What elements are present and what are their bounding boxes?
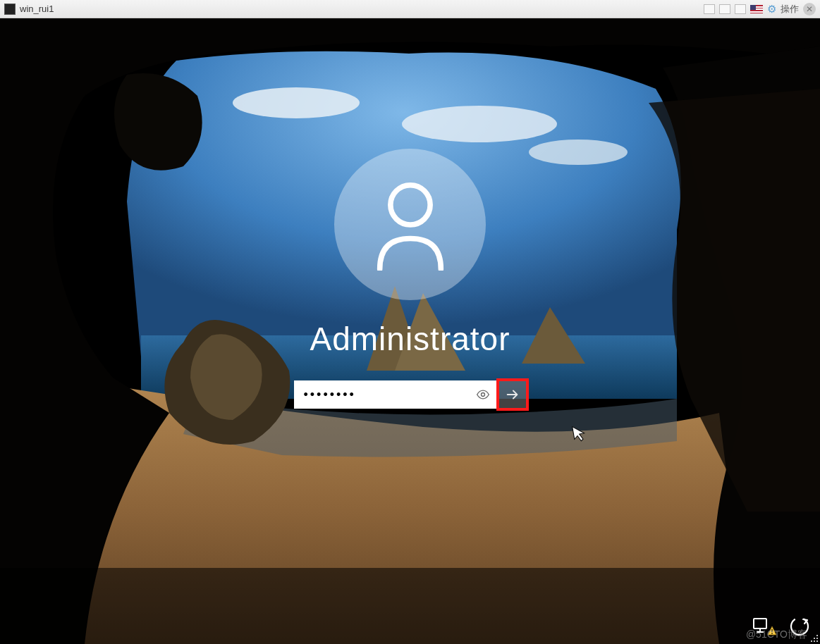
username-label: Administrator bbox=[310, 320, 510, 358]
password-input[interactable] bbox=[304, 388, 473, 402]
user-avatar bbox=[334, 149, 486, 300]
svg-point-12 bbox=[771, 633, 773, 634]
svg-point-13 bbox=[789, 616, 810, 637]
svg-point-7 bbox=[481, 393, 484, 397]
gear-icon[interactable]: ⚙ bbox=[767, 3, 776, 16]
arrow-right-icon bbox=[505, 387, 520, 402]
user-icon bbox=[372, 179, 449, 271]
network-warning-icon[interactable] bbox=[752, 617, 776, 636]
password-box bbox=[294, 380, 498, 409]
vm-console-titlebar: win_rui1 ⚙ 操作 ✕ bbox=[0, 0, 820, 18]
reveal-password-icon[interactable] bbox=[473, 385, 493, 404]
vm-title: win_rui1 bbox=[20, 4, 704, 14]
console-icon bbox=[4, 4, 16, 15]
display-toggle-1-icon[interactable] bbox=[704, 4, 715, 14]
svg-point-6 bbox=[390, 185, 429, 224]
action-menu[interactable]: 操作 bbox=[781, 3, 799, 16]
system-tray bbox=[752, 616, 810, 637]
login-overlay: Administrator bbox=[0, 18, 820, 644]
submit-login-button[interactable] bbox=[498, 380, 527, 409]
password-row bbox=[294, 380, 527, 409]
us-flag-icon[interactable] bbox=[750, 5, 763, 13]
ease-of-access-icon[interactable] bbox=[789, 616, 810, 637]
titlebar-right-controls: ⚙ 操作 ✕ bbox=[704, 3, 816, 16]
vm-guest-screen: Administrator bbox=[0, 18, 820, 644]
svg-rect-8 bbox=[754, 619, 766, 628]
display-toggle-2-icon[interactable] bbox=[719, 4, 730, 14]
display-toggle-3-icon[interactable] bbox=[735, 4, 746, 14]
close-icon[interactable]: ✕ bbox=[803, 3, 816, 16]
